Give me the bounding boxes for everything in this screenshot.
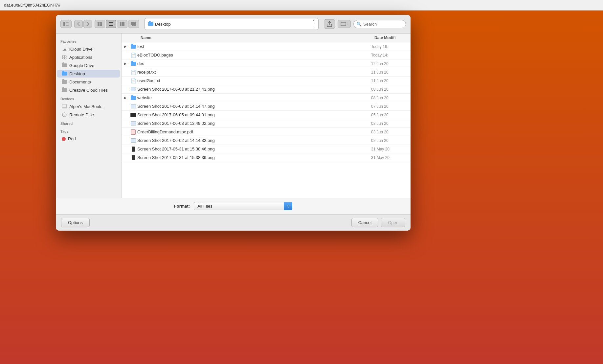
svg-rect-16	[133, 25, 135, 26]
file-icon	[129, 87, 137, 91]
svg-point-24	[64, 55, 66, 57]
location-chevron: ⌃⌄	[312, 20, 315, 28]
svg-rect-17	[135, 25, 136, 26]
file-row[interactable]: Screen Shot 2017-05-31 at 15.38.46.png31…	[122, 145, 411, 153]
footer: Options Cancel Open	[56, 214, 411, 231]
file-name: OrderBillingDemand.aspx.pdf	[137, 129, 371, 134]
expand-btn[interactable]: ▶	[122, 96, 129, 100]
file-row[interactable]: 📄usedGas.txt11 Jun 20	[122, 77, 411, 85]
file-date: 05 Jun 20	[371, 113, 411, 117]
options-button[interactable]: Options	[61, 218, 90, 227]
forward-button[interactable]	[83, 20, 92, 28]
file-name: receipt.txt	[137, 70, 371, 75]
svg-point-23	[62, 55, 64, 57]
sidebar-item-label-icloud: iCloud Drive	[69, 47, 93, 52]
back-button[interactable]	[74, 20, 83, 28]
file-date: Today 16:	[371, 44, 411, 49]
file-date: 31 May 20	[371, 155, 411, 160]
format-row: Format: All Files ▲ ▼	[62, 202, 404, 210]
file-row[interactable]: Screen Shot 2017-06-02 at 14.14.32.png02…	[122, 136, 411, 145]
svg-rect-7	[100, 24, 102, 26]
sidebar-item-tag-red[interactable]: Red	[57, 135, 120, 143]
icon-col-header	[129, 35, 137, 41]
main-area: Favorites ☁ iCloud Drive Applications	[56, 34, 411, 198]
laptop-icon	[62, 104, 67, 109]
svg-rect-0	[63, 22, 65, 26]
share-button[interactable]	[324, 19, 335, 29]
file-name: Screen Shot 2017-06-05 at 09.44.01.png	[137, 112, 371, 117]
svg-rect-15	[132, 25, 133, 26]
svg-rect-10	[109, 25, 113, 26]
view-icons-button[interactable]	[95, 20, 105, 28]
search-input[interactable]	[363, 22, 402, 27]
svg-rect-9	[109, 24, 113, 24]
file-icon	[129, 62, 137, 66]
view-list-button[interactable]	[106, 20, 116, 28]
sidebar-item-desktop[interactable]: Desktop	[57, 70, 120, 78]
file-icon	[129, 155, 137, 160]
file-date: 31 May 20	[371, 147, 411, 151]
sidebar-item-icloud[interactable]: ☁ iCloud Drive	[57, 45, 120, 53]
cancel-button[interactable]: Cancel	[351, 218, 378, 227]
file-row[interactable]: ▶des12 Jun 20	[122, 59, 411, 68]
file-row[interactable]: ▶website08 Jun 20	[122, 94, 411, 102]
svg-rect-27	[62, 104, 67, 107]
file-icon: 📄	[129, 53, 137, 58]
expand-btn[interactable]: ▶	[122, 45, 129, 48]
svg-rect-19	[341, 22, 346, 26]
sidebar: Favorites ☁ iCloud Drive Applications	[56, 34, 122, 198]
sidebar-item-label-documents: Documents	[69, 80, 91, 84]
location-text: Desktop	[155, 22, 171, 27]
file-row[interactable]: ▶testToday 16:	[122, 42, 411, 51]
tag-button[interactable]	[338, 20, 351, 28]
open-button[interactable]: Open	[381, 218, 405, 227]
sidebar-item-documents[interactable]: Documents	[57, 78, 120, 86]
svg-rect-12	[122, 22, 123, 26]
location-selector[interactable]: Desktop ⌃⌄	[145, 18, 319, 30]
file-row[interactable]: Screen Shot 2017-05-31 at 15.38.39.png31…	[122, 153, 411, 162]
sidebar-item-macbook[interactable]: Alper's MacBook...	[57, 102, 120, 110]
file-date: 08 Jun 20	[371, 87, 411, 92]
file-icon	[129, 45, 137, 49]
file-name: Screen Shot 2017-05-31 at 15.38.46.png	[137, 147, 371, 151]
file-row[interactable]: Screen Shot 2017-06-03 at 13.49.02.png03…	[122, 119, 411, 128]
devices-label: Devices	[56, 94, 121, 102]
svg-rect-28	[62, 108, 67, 108]
footer-right-buttons: Cancel Open	[351, 218, 405, 227]
view-columns-button[interactable]	[117, 20, 127, 28]
svg-rect-13	[123, 22, 124, 26]
file-row[interactable]: 📄receipt.txt11 Jun 20	[122, 68, 411, 77]
sidebar-item-applications[interactable]: Applications	[57, 53, 120, 61]
file-row[interactable]: 📄eBlocTODO.pagesToday 14:	[122, 51, 411, 59]
toolbar: Desktop ⌃⌄ 🔍	[56, 15, 411, 34]
sidebar-item-google-drive[interactable]: Google Drive	[57, 61, 120, 69]
sidebar-item-label-applications: Applications	[69, 55, 92, 60]
file-area: Name Date Modifi ▶testToday 16:📄eBlocTOD…	[122, 34, 411, 198]
nav-buttons	[74, 20, 92, 28]
svg-point-25	[62, 57, 64, 59]
file-icon	[129, 113, 137, 117]
search-box[interactable]: 🔍	[353, 20, 406, 28]
file-row[interactable]: Screen Shot 2017-06-07 at 14.14.47.png07…	[122, 102, 411, 111]
view-cover-button[interactable]	[128, 20, 139, 28]
file-name: Screen Shot 2017-05-31 at 15.38.39.png	[137, 155, 371, 160]
sidebar-item-remote-disc[interactable]: Remote Disc	[57, 111, 120, 119]
format-select[interactable]: All Files	[194, 202, 292, 210]
sidebar-item-creative-cloud[interactable]: Creative Cloud Files	[57, 86, 120, 94]
svg-rect-6	[98, 24, 100, 26]
format-select-wrapper: All Files ▲ ▼	[194, 202, 292, 210]
file-date: 08 Jun 20	[371, 96, 411, 100]
expand-btn[interactable]: ▶	[122, 62, 129, 65]
file-icon	[129, 104, 137, 108]
file-row[interactable]: Screen Shot 2017-06-05 at 09.44.01.png05…	[122, 111, 411, 119]
file-date: 03 Jun 20	[371, 130, 411, 134]
file-date: 07 Jun 20	[371, 104, 411, 109]
sidebar-toggle-button[interactable]	[60, 20, 72, 28]
file-row[interactable]: Screen Shot 2017-06-08 at 21.27.43.png08…	[122, 85, 411, 94]
svg-point-26	[64, 57, 66, 59]
file-date: 02 Jun 20	[371, 138, 411, 143]
file-date: Today 14:	[371, 53, 411, 57]
icloud-icon: ☁	[62, 46, 67, 52]
file-row[interactable]: OrderBillingDemand.aspx.pdf03 Jun 20	[122, 128, 411, 136]
file-icon	[129, 138, 137, 143]
